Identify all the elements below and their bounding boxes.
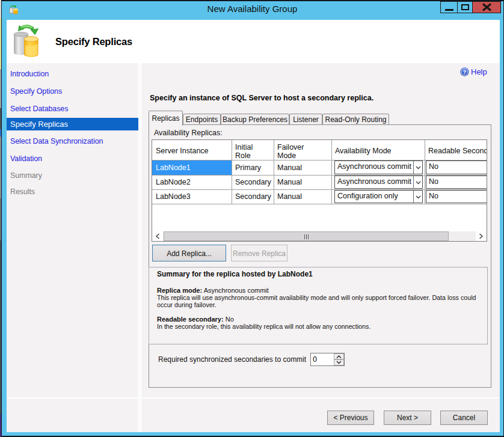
svg-text:?: ? [463, 69, 467, 75]
